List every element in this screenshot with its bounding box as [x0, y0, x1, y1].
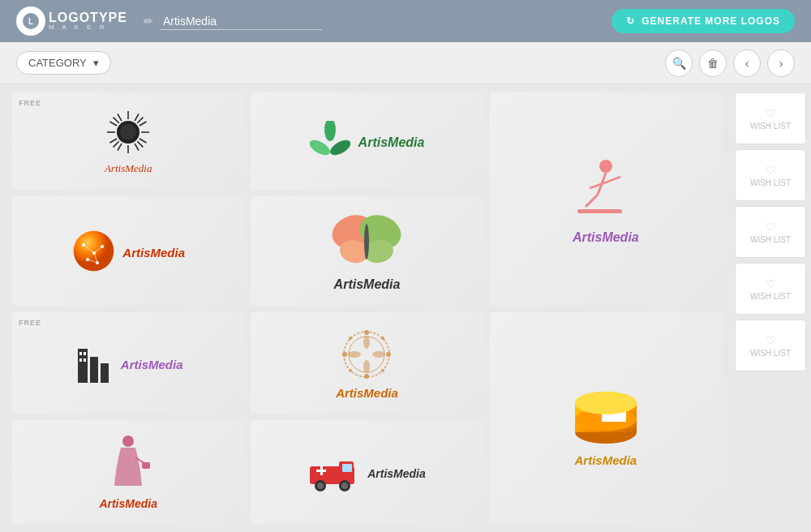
- skater-svg: [573, 154, 638, 227]
- logo-text: LOGOTYPE M A K E R: [49, 11, 127, 31]
- category-label: CATEGORY: [28, 57, 87, 69]
- toolbar-right: 🔍 🗑 ‹ ›: [665, 49, 795, 77]
- wishlist-label-2: WISH LIST: [750, 178, 791, 187]
- category-dropdown[interactable]: CATEGORY ▾: [16, 51, 111, 75]
- svg-line-13: [135, 144, 139, 151]
- wishlist-sidebar: ♡ WISH LIST ♡ WISH LIST ♡ WISH LIST ♡ WI…: [730, 84, 811, 532]
- svg-point-61: [381, 369, 384, 372]
- logo-grid: ArtisMedia ArtisMedia: [0, 84, 730, 532]
- svg-point-65: [348, 351, 361, 358]
- wishlist-label-1: WISH LIST: [750, 122, 791, 131]
- logo-card-fashion[interactable]: ArtisMedia: [12, 420, 244, 525]
- svg-point-64: [363, 360, 370, 373]
- chevron-down-icon: ▾: [93, 57, 99, 69]
- svg-text:L: L: [28, 17, 33, 26]
- generate-btn-label: GENERATE MORE LOGOS: [642, 15, 780, 27]
- brand-name-7: ArtisMedia: [121, 358, 183, 371]
- logo-card-ornament[interactable]: ArtisMedia: [251, 312, 483, 414]
- pencil-icon: ✏: [144, 15, 153, 28]
- brand-name-5: ArtisMedia: [334, 277, 401, 292]
- brand-name-9: ArtisMedia: [574, 453, 637, 467]
- svg-line-10: [135, 114, 139, 122]
- logo-icon: L: [16, 6, 45, 36]
- svg-rect-45: [78, 349, 88, 383]
- coins-svg: [569, 369, 642, 450]
- svg-rect-77: [342, 464, 352, 472]
- svg-line-17: [118, 114, 122, 122]
- ambulance-svg: [308, 452, 361, 492]
- svg-point-19: [120, 124, 136, 140]
- heart-icon-4: ♡: [766, 277, 776, 290]
- heart-icon-1: ♡: [766, 107, 776, 120]
- svg-point-20: [324, 121, 336, 141]
- svg-point-39: [86, 258, 89, 261]
- svg-line-27: [590, 182, 606, 188]
- main-content: ArtisMedia ArtisMedia: [0, 84, 811, 532]
- wishlist-item-1[interactable]: ♡ WISH LIST: [735, 92, 806, 144]
- svg-line-12: [139, 139, 147, 143]
- next-button[interactable]: ›: [767, 49, 795, 77]
- svg-rect-49: [84, 352, 86, 355]
- svg-point-72: [122, 435, 134, 447]
- wishlist-item-2[interactable]: ♡ WISH LIST: [735, 149, 806, 201]
- generate-logos-button[interactable]: ↻ GENERATE MORE LOGOS: [611, 9, 795, 33]
- logo-card-buildings[interactable]: ArtisMedia: [12, 312, 244, 414]
- svg-rect-48: [79, 352, 82, 355]
- wishlist-item-4[interactable]: ♡ WISH LIST: [735, 263, 806, 315]
- brand-name-1: ArtisMedia: [105, 162, 152, 175]
- svg-line-3: [137, 118, 143, 123]
- search-button[interactable]: 🔍: [665, 49, 693, 77]
- svg-point-44: [364, 224, 369, 260]
- svg-point-58: [349, 337, 352, 340]
- leaf-svg: [310, 121, 350, 161]
- brand-name-2: ArtisMedia: [358, 135, 425, 150]
- logo-card-butterfly[interactable]: ArtisMedia: [251, 196, 483, 307]
- brand-name-11: ArtisMedia: [367, 467, 426, 480]
- svg-point-60: [349, 369, 352, 372]
- wishlist-label-4: WISH LIST: [750, 292, 791, 301]
- svg-rect-51: [84, 358, 86, 362]
- svg-point-63: [372, 351, 385, 358]
- svg-rect-74: [142, 462, 150, 469]
- logo-card-coins[interactable]: ArtisMedia: [490, 312, 722, 524]
- svg-line-7: [113, 142, 118, 148]
- toolbar: CATEGORY ▾ 🔍 🗑 ‹ ›: [0, 42, 811, 84]
- svg-point-23: [599, 160, 612, 173]
- heart-icon-3: ♡: [766, 221, 776, 234]
- logo-card-sunflower[interactable]: ArtisMedia: [12, 92, 244, 190]
- logo-card-skater[interactable]: ArtisMedia: [490, 92, 722, 306]
- svg-line-26: [606, 177, 620, 182]
- svg-rect-47: [101, 363, 109, 383]
- sphere-svg: [71, 229, 116, 273]
- svg-point-38: [96, 261, 99, 264]
- trash-button[interactable]: 🗑: [699, 49, 727, 77]
- wishlist-item-5[interactable]: ♡ WISH LIST: [735, 320, 806, 371]
- app-header: L LOGOTYPE M A K E R ✏ ↻ GENERATE MORE L…: [0, 0, 811, 42]
- logo-area: L LOGOTYPE M A K E R: [16, 6, 127, 36]
- wishlist-item-3[interactable]: ♡ WISH LIST: [735, 206, 806, 258]
- heart-icon-5: ♡: [766, 334, 776, 347]
- svg-rect-50: [79, 358, 82, 362]
- butterfly-svg: [330, 209, 403, 274]
- svg-point-35: [82, 243, 85, 247]
- svg-point-71: [575, 392, 637, 414]
- svg-point-37: [101, 245, 104, 248]
- svg-point-57: [386, 352, 391, 357]
- header-search: ✏: [144, 13, 595, 30]
- brand-name-4: ArtisMedia: [122, 246, 185, 260]
- logo-top: LOGOTYPE: [49, 11, 127, 24]
- svg-point-59: [381, 337, 384, 340]
- prev-button[interactable]: ‹: [733, 49, 761, 77]
- ornament-svg: [338, 326, 395, 383]
- brand-name-8: ArtisMedia: [336, 386, 398, 400]
- svg-point-83: [341, 483, 348, 489]
- wishlist-label-5: WISH LIST: [750, 349, 791, 358]
- logo-bottom: M A K E R: [49, 24, 127, 31]
- search-input[interactable]: [160, 13, 322, 30]
- logo-card-leaf[interactable]: ArtisMedia: [251, 92, 483, 190]
- brand-name-10: ArtisMedia: [99, 497, 157, 510]
- svg-rect-46: [90, 357, 98, 383]
- logo-card-ambulance[interactable]: ArtisMedia: [251, 420, 483, 525]
- svg-line-14: [118, 144, 122, 151]
- logo-card-sphere[interactable]: ArtisMedia: [12, 196, 244, 307]
